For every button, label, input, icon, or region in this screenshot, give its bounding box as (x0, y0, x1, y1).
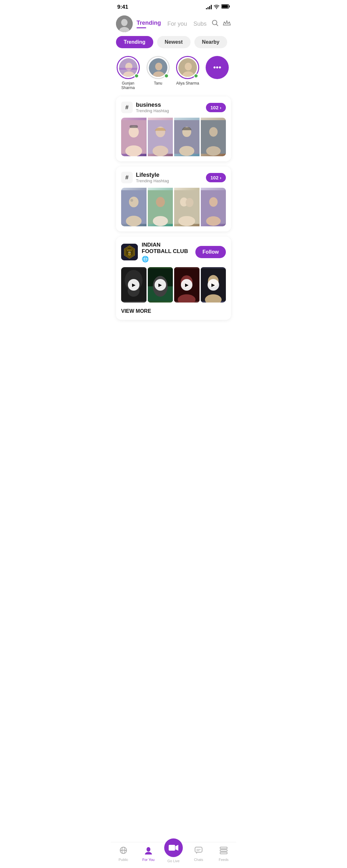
svg-point-36 (153, 216, 168, 226)
story-label-tanu: Tanu (154, 81, 162, 86)
signal-icon (206, 5, 212, 9)
svg-point-28 (209, 127, 218, 136)
hashtag-image (148, 118, 173, 156)
chip-nearby[interactable]: Nearby (194, 36, 227, 48)
status-bar: 9:41 (111, 0, 236, 13)
filter-chips: Trending Newest Nearby (111, 36, 236, 53)
svg-point-33 (130, 199, 133, 202)
chip-trending[interactable]: Trending (116, 36, 153, 48)
svg-point-15 (185, 63, 192, 70)
online-indicator (134, 73, 139, 78)
search-icon[interactable] (211, 19, 219, 29)
status-icons (206, 4, 230, 10)
hashtag-images-lifestyle (121, 188, 226, 226)
club-video-2[interactable]: ▶ (148, 267, 173, 303)
club-video-3[interactable]: ▶ (174, 267, 199, 303)
hashtag-card-lifestyle: # Lifestyle Trending Hashtag 102 › (116, 166, 231, 231)
hashtag-count-lifestyle[interactable]: 102 › (206, 173, 226, 182)
story-item-aliya[interactable]: Aliya Sharma (176, 56, 199, 86)
svg-point-35 (156, 197, 165, 207)
online-indicator (194, 73, 198, 78)
svg-point-31 (129, 197, 138, 207)
hashtag-title-business: business (136, 101, 169, 108)
svg-point-19 (125, 145, 142, 156)
svg-point-18 (129, 126, 139, 137)
hashtag-sub-business: Trending Hashtag (136, 108, 169, 113)
club-logo: WINDY city (121, 244, 138, 260)
view-more-button[interactable]: VIEW MORE (121, 307, 226, 315)
play-icon[interactable]: ▶ (128, 279, 139, 290)
more-stories-button[interactable]: ••• (206, 56, 229, 79)
play-icon[interactable]: ▶ (208, 279, 219, 290)
tab-foryou[interactable]: For you (167, 21, 187, 27)
play-icon[interactable]: ▶ (155, 279, 166, 290)
story-item-tanu[interactable]: Tanu (147, 56, 170, 86)
hashtag-images-business (121, 118, 226, 156)
svg-point-42 (209, 197, 218, 207)
hashtag-image (201, 118, 226, 156)
header-icons (211, 19, 231, 29)
hash-icon: # (121, 172, 133, 183)
nav-tabs: Trending For you Subs (136, 20, 207, 28)
hashtag-title-lifestyle: Lifestyle (136, 172, 169, 179)
svg-point-4 (121, 19, 128, 26)
online-indicator (164, 73, 169, 78)
hash-icon: # (121, 101, 133, 113)
hashtag-image (201, 188, 226, 226)
play-icon[interactable]: ▶ (181, 279, 192, 290)
club-card: WINDY city INDIAN FOOTBALL CLUB 🌐 Follow… (116, 237, 231, 320)
svg-point-23 (152, 146, 168, 156)
svg-rect-10 (119, 68, 138, 70)
story-item-more[interactable]: ••• (206, 56, 229, 79)
tab-subs[interactable]: Subs (193, 21, 207, 27)
battery-icon (221, 4, 230, 10)
svg-rect-2 (222, 5, 228, 8)
club-video-1[interactable]: ▶ (121, 267, 147, 303)
svg-point-39 (186, 198, 193, 207)
hashtag-count-business[interactable]: 102 › (206, 103, 226, 112)
club-name: INDIAN FOOTBALL CLUB (142, 242, 191, 255)
svg-rect-20 (129, 125, 138, 128)
club-video-4[interactable]: ▶ (201, 267, 226, 303)
svg-point-40 (178, 216, 195, 226)
hashtag-sub-lifestyle: Trending Hashtag (136, 179, 169, 183)
follow-button[interactable]: Follow (195, 246, 226, 258)
hashtag-image (148, 188, 173, 226)
svg-point-26 (179, 146, 194, 156)
hashtag-image (174, 118, 199, 156)
story-label-gunjan: Gunjan Sharma (116, 81, 140, 90)
svg-point-32 (126, 216, 142, 226)
profile-avatar[interactable] (116, 16, 133, 32)
svg-point-47 (128, 253, 131, 256)
wifi-icon (214, 4, 219, 10)
svg-rect-1 (229, 5, 230, 7)
stories-row: Gunjan Sharma Tanu (111, 53, 236, 96)
story-label-aliya: Aliya Sharma (176, 81, 199, 86)
crown-icon[interactable] (223, 19, 231, 28)
club-videos: ▶ ▶ ▶ ▶ (121, 267, 226, 303)
svg-point-29 (206, 146, 220, 156)
svg-point-12 (155, 63, 162, 70)
tab-trending[interactable]: Trending (136, 20, 161, 28)
hashtag-image (121, 188, 147, 226)
header: Trending For you Subs (111, 13, 236, 36)
hashtag-card-business: # business Trending Hashtag 102 › (116, 96, 231, 161)
status-time: 9:41 (117, 4, 128, 10)
svg-point-43 (206, 216, 220, 226)
hashtag-image (121, 118, 147, 156)
story-item-gunjan[interactable]: Gunjan Sharma (116, 56, 140, 90)
chip-newest[interactable]: Newest (157, 36, 191, 48)
club-globe: 🌐 (142, 255, 191, 262)
hashtag-image (174, 188, 199, 226)
